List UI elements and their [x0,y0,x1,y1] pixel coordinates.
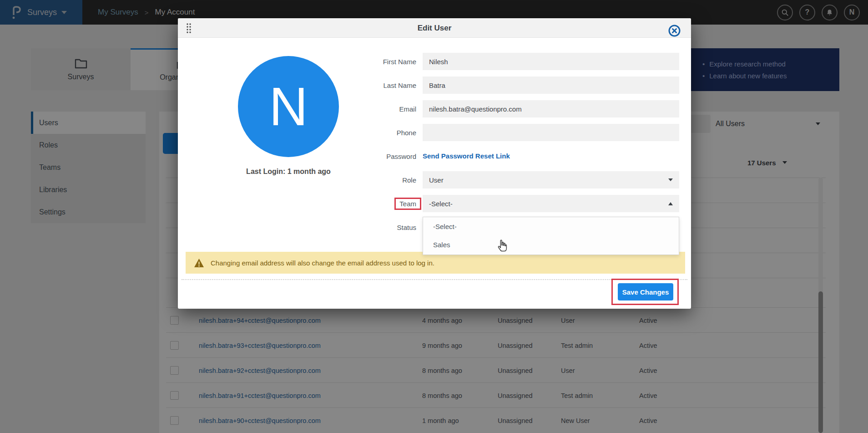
team-row: Team -Select- [351,195,679,212]
phone-field[interactable] [423,124,679,141]
status-label: Status [351,224,416,231]
team-option-sales[interactable]: Sales [423,235,679,254]
password-row: Password Send Password Reset Link [351,148,679,165]
team-select[interactable]: -Select- [423,195,679,212]
first-name-field[interactable] [423,53,679,70]
close-icon [668,24,681,37]
chevron-up-icon [668,202,673,205]
last-name-field[interactable] [423,76,679,94]
edit-user-modal: Edit User N Last Login: 1 month ago Firs… [178,18,691,309]
role-select[interactable]: User [423,171,679,188]
team-label-annotation: Team [394,198,421,210]
last-name-label: Last Name [351,82,416,89]
phone-row: Phone [351,124,679,141]
modal-title: Edit User [178,18,691,38]
close-button[interactable] [668,24,681,37]
user-avatar: N [238,56,339,157]
team-dropdown-menu: -Select- Sales [423,217,679,255]
email-field[interactable] [423,100,679,117]
edit-user-form: First Name Last Name Email Phone Passwor… [351,53,679,242]
role-row: Role User [351,171,679,188]
team-option-select[interactable]: -Select- [423,217,679,235]
first-name-row: First Name [351,53,679,70]
send-password-reset-link[interactable]: Send Password Reset Link [423,152,510,160]
team-value: -Select- [429,200,453,208]
modal-header: Edit User [178,18,691,38]
last-name-row: Last Name [351,76,679,94]
team-label-wrap: Team [351,198,416,210]
email-label: Email [351,105,416,113]
warning-icon [194,258,204,268]
app-root: Surveys My Surveys > My Account ? N Surv… [0,0,868,433]
role-value: User [429,176,444,184]
first-name-label: First Name [351,58,416,66]
save-changes-button[interactable]: Save Changes [618,283,673,301]
last-login-text: Last Login: 1 month ago [220,168,357,176]
mouse-pointer-icon [496,239,508,254]
email-row: Email [351,100,679,117]
phone-label: Phone [351,129,416,137]
avatar-initial: N [269,76,308,138]
warning-text: Changing email address will also change … [211,259,434,267]
warning-banner: Changing email address will also change … [186,252,685,274]
chevron-down-icon [668,178,673,181]
password-label: Password [351,153,416,160]
role-label: Role [351,176,416,184]
